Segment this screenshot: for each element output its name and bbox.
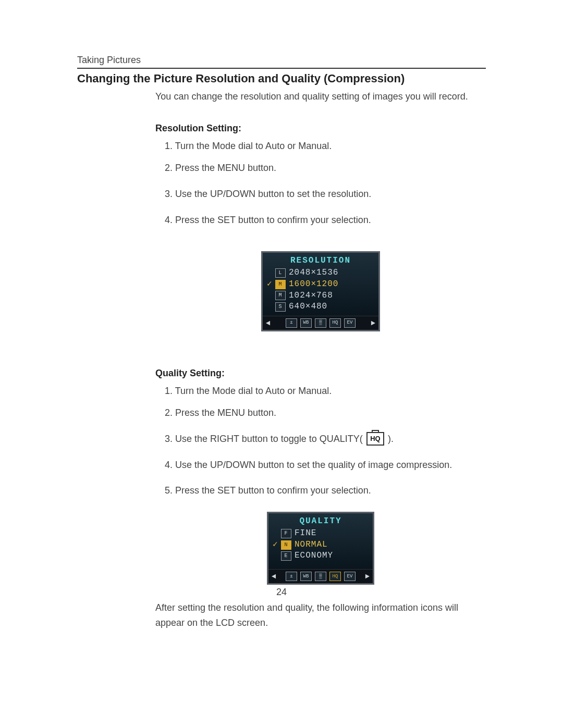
- option-value: ECONOMY: [295, 550, 333, 562]
- size-badge-icon: S: [275, 302, 286, 312]
- lcd-toolbar: ◄ ± WB ▒ HQ EV ►: [263, 316, 378, 330]
- menu-option: E ECONOMY: [273, 550, 369, 562]
- list-item: 2. Press the MENU button.: [165, 161, 486, 176]
- list-item: 4. Use the UP/DOWN button to set the qua…: [165, 458, 486, 473]
- intro-text: You can change the resolution and qualit…: [155, 90, 486, 104]
- left-arrow-icon: ◄: [266, 319, 270, 327]
- divider: [77, 68, 486, 69]
- option-value: 1600×1200: [289, 279, 338, 290]
- step-text: 3. Use the RIGHT button to toggle to QUA…: [165, 434, 363, 444]
- resolution-steps: 1. Turn the Mode dial to Auto or Manual.…: [155, 139, 486, 228]
- ev-icon: EV: [344, 572, 356, 581]
- wb-icon: WB: [300, 318, 312, 328]
- resolution-heading: Resolution Setting:: [155, 123, 486, 134]
- quality-badge-icon: N: [281, 540, 291, 550]
- quality-badge-icon: F: [281, 529, 291, 538]
- menu-option: L 2048×1536: [267, 267, 374, 279]
- quality-heading: Quality Setting:: [155, 368, 486, 379]
- list-item: 1. Turn the Mode dial to Auto or Manual.: [165, 139, 486, 154]
- size-badge-icon: M: [275, 291, 286, 300]
- left-arrow-icon: ◄: [272, 572, 276, 581]
- size-badge-icon: M: [275, 280, 286, 289]
- menu-option: ✓ N NORMAL: [273, 539, 369, 551]
- quality-lcd-figure: QUALITY F FINE ✓ N NORMAL: [155, 512, 486, 585]
- lcd-screen: RESOLUTION L 2048×1536 ✓ M 1600×1200: [261, 251, 380, 331]
- breadcrumb: Taking Pictures: [77, 55, 486, 66]
- pattern-icon: ▒: [315, 318, 326, 328]
- option-value: 640×480: [289, 301, 327, 313]
- list-item: 3. Use the UP/DOWN button to set the res…: [165, 187, 486, 202]
- right-arrow-icon: ►: [365, 572, 370, 581]
- content-area: Taking Pictures Changing the Picture Res…: [0, 0, 563, 631]
- pattern-icon: ▒: [315, 572, 326, 581]
- option-value: FINE: [295, 528, 316, 539]
- list-item: 1. Turn the Mode dial to Auto or Manual.: [165, 384, 486, 399]
- menu-option: S 640×480: [267, 301, 374, 313]
- quality-badge-icon: E: [281, 551, 291, 561]
- list-item: 5. Press the SET button to confirm your …: [165, 484, 486, 498]
- quality-steps: 1. Turn the Mode dial to Auto or Manual.…: [155, 384, 486, 498]
- hq-icon: HQ: [329, 318, 341, 328]
- menu-title: RESOLUTION: [267, 256, 374, 265]
- lcd-toolbar: ◄ ± WB ▒ HQ EV ►: [268, 569, 373, 583]
- body-indent: You can change the resolution and qualit…: [155, 90, 486, 631]
- after-text: After setting the resolution and quality…: [155, 600, 486, 631]
- right-arrow-icon: ►: [371, 319, 375, 327]
- step-text-suffix: ).: [388, 434, 394, 444]
- list-item: 3. Use the RIGHT button to toggle to QUA…: [165, 432, 486, 447]
- option-value: 1024×768: [289, 290, 333, 302]
- hq-camera-icon: HQ: [366, 432, 384, 446]
- check-icon: ✓: [273, 539, 278, 551]
- exposure-icon: ±: [286, 572, 297, 581]
- menu-option: ✓ M 1600×1200: [267, 279, 374, 290]
- ev-icon: EV: [344, 318, 356, 328]
- menu-option: M 1024×768: [267, 290, 374, 302]
- lcd-screen: QUALITY F FINE ✓ N NORMAL: [267, 512, 374, 585]
- list-item: 4. Press the SET button to confirm your …: [165, 213, 486, 228]
- exposure-icon: ±: [286, 318, 297, 328]
- list-item: 2. Press the MENU button.: [165, 406, 486, 421]
- size-badge-icon: L: [275, 268, 286, 278]
- check-icon: ✓: [267, 279, 272, 290]
- resolution-lcd-figure: RESOLUTION L 2048×1536 ✓ M 1600×1200: [155, 251, 486, 331]
- option-value: NORMAL: [295, 539, 328, 551]
- option-value: 2048×1536: [289, 267, 338, 279]
- wb-icon: WB: [300, 572, 312, 581]
- toolbar-icons: ± WB ▒ HQ EV: [286, 318, 356, 328]
- hq-icon: HQ: [329, 572, 341, 581]
- page-number: 24: [0, 587, 563, 598]
- menu-title: QUALITY: [273, 516, 369, 526]
- manual-page: Taking Pictures Changing the Picture Res…: [0, 0, 563, 728]
- menu-option: F FINE: [273, 528, 369, 539]
- toolbar-icons: ± WB ▒ HQ EV: [286, 572, 356, 581]
- page-title: Changing the Picture Resolution and Qual…: [77, 72, 486, 85]
